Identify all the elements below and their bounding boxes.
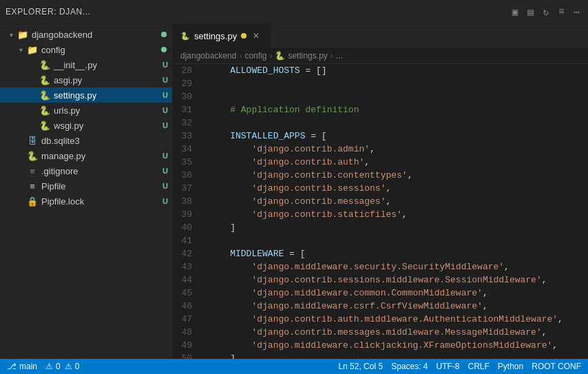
sidebar-item-asgi[interactable]: 🐍 asgi.py U <box>0 72 172 87</box>
python-file-icon: 🐍 <box>39 75 51 85</box>
line-number: 37 <box>172 182 203 195</box>
sidebar-item-pipfile[interactable]: ≡ Pipfile U <box>0 178 172 194</box>
sidebar-item-pipfile-lock[interactable]: 🔒 Pipfile.lock U <box>0 194 172 209</box>
pipfile-icon: ≡ <box>26 181 39 191</box>
git-badge-u: U <box>162 61 168 69</box>
code-line-45: 45 'django.middleware.common.CommonMiddl… <box>172 287 588 300</box>
code-line-42: 42 MIDDLEWARE = [ <box>172 247 588 260</box>
chevron-down-icon: ▾ <box>15 46 26 54</box>
tab-close-button[interactable]: ✕ <box>251 30 262 41</box>
git-badge-u: U <box>162 167 168 175</box>
code-line-47: 47 'django.contrib.auth.middleware.Authe… <box>172 313 588 326</box>
line-number: 50 <box>172 352 203 359</box>
sidebar-label-gitignore: .gitignore <box>41 166 162 176</box>
errors-status[interactable]: ⚠ 0 ⚠ 0 <box>45 362 79 371</box>
line-number: 47 <box>172 313 203 326</box>
modified-dot <box>241 33 246 39</box>
line-number: 35 <box>172 156 203 169</box>
sidebar-item-settings[interactable]: 🐍 settings.py U <box>0 87 172 103</box>
sidebar-item-wsgi[interactable]: 🐍 wsgi.py U <box>0 118 172 133</box>
sidebar-item-manage[interactable]: 🐍 manage.py U <box>0 148 172 163</box>
python-file-icon: 🐍 <box>39 90 51 101</box>
code-line-50: 50 ] <box>172 352 588 359</box>
root-conf-status[interactable]: ROOT CONF <box>532 362 581 371</box>
line-content: 'django.contrib.admin', <box>203 143 588 156</box>
python-file-icon: 🐍 <box>26 151 39 161</box>
line-number: 44 <box>172 273 203 287</box>
line-content: 'django.contrib.auth', <box>203 156 588 169</box>
breadcrumb-config[interactable]: config <box>244 51 266 61</box>
sidebar-label-init: __init__.py <box>54 60 162 70</box>
git-badge-u: U <box>162 121 168 129</box>
line-content <box>203 116 588 129</box>
line-content: ] <box>203 221 588 234</box>
breadcrumb-python-icon: 🐍 <box>275 51 285 61</box>
sidebar-item-djangobackend[interactable]: ▾ 📁 djangobackend <box>0 27 172 42</box>
modified-dot <box>161 47 167 52</box>
sidebar-label-pipfile-lock: Pipfile.lock <box>41 196 162 207</box>
chevron-down-icon: ▾ <box>6 31 17 39</box>
sidebar: ▾ 📁 djangobackend ▾ 📁 config 🐍 __init__.… <box>0 24 172 359</box>
breadcrumb-djangobackend[interactable]: djangobackend <box>180 51 236 61</box>
code-line-33: 33 INSTALLED_APPS = [ <box>172 129 588 143</box>
line-number: 28 <box>172 64 203 77</box>
language-status[interactable]: Python <box>498 362 523 371</box>
collapse-all-icon[interactable]: ≡ <box>556 5 567 19</box>
line-content: 'django.contrib.contenttypes', <box>203 169 588 182</box>
git-branch-status[interactable]: ⎇ main <box>7 362 37 371</box>
sidebar-label-manage: manage.py <box>41 151 162 161</box>
line-content <box>203 90 588 103</box>
line-ending-status[interactable]: CRLF <box>468 362 490 371</box>
code-line-32: 32 <box>172 116 588 129</box>
status-right: Ln 52, Col 5 Spaces: 4 UTF-8 CRLF Python… <box>338 362 581 371</box>
breadcrumb-more[interactable]: ... <box>336 51 343 61</box>
sidebar-item-urls[interactable]: 🐍 urls.py U <box>0 103 172 118</box>
line-content: INSTALLED_APPS = [ <box>203 129 588 143</box>
line-content: 'django.contrib.sessions', <box>203 182 588 195</box>
line-content: 'django.contrib.auth.middleware.Authenti… <box>203 313 588 326</box>
git-badge-u: U <box>162 197 168 205</box>
more-actions-icon[interactable]: ⋯ <box>571 5 582 19</box>
line-number: 29 <box>172 77 203 90</box>
python-tab-icon: 🐍 <box>180 32 190 41</box>
sidebar-item-db[interactable]: 🗄 db.sqlite3 <box>0 133 172 148</box>
status-bar: ⎇ main ⚠ 0 ⚠ 0 Ln 52, Col 5 Spaces: 4 UT… <box>0 359 588 374</box>
code-line-34: 34 'django.contrib.admin', <box>172 143 588 156</box>
line-number: 46 <box>172 300 203 313</box>
python-file-icon: 🐍 <box>39 105 51 116</box>
git-file-icon: ≡ <box>26 166 39 176</box>
cursor-position[interactable]: Ln 52, Col 5 <box>338 362 383 371</box>
tab-settings[interactable]: 🐍 settings.py ✕ <box>172 24 271 48</box>
code-editor[interactable]: 28 ALLOWED_HOSTS = []29 30 31 # Applicat… <box>172 64 588 359</box>
sidebar-item-init[interactable]: 🐍 __init__.py U <box>0 57 172 72</box>
new-file-icon[interactable]: ▣ <box>510 5 521 19</box>
modified-dot <box>161 32 167 37</box>
line-number: 45 <box>172 287 203 300</box>
refresh-icon[interactable]: ↻ <box>540 5 552 19</box>
new-folder-icon[interactable]: ▤ <box>525 5 536 19</box>
indentation-status[interactable]: Spaces: 4 <box>391 362 428 371</box>
git-badge-u: U <box>162 152 168 160</box>
explorer-topbar: EXPLORER: DJAN... ▣ ▤ ↻ ≡ ⋯ <box>0 0 588 24</box>
root-folder-icon: 📁 <box>17 30 29 40</box>
python-file-icon: 🐍 <box>39 121 51 131</box>
sidebar-label-asgi: asgi.py <box>54 75 162 85</box>
code-line-46: 46 'django.middleware.csrf.CsrfViewMiddl… <box>172 300 588 313</box>
line-content: 'django.contrib.messages', <box>203 195 588 208</box>
code-line-35: 35 'django.contrib.auth', <box>172 156 588 169</box>
sidebar-item-gitignore[interactable]: ≡ .gitignore U <box>0 163 172 178</box>
warning-icon: ⚠ <box>65 362 72 371</box>
line-content: 'django.middleware.clickjacking.XFrameOp… <box>203 339 588 352</box>
editor-area: 🐍 settings.py ✕ djangobackend › config ›… <box>172 24 588 359</box>
code-line-48: 48 'django.contrib.messages.middleware.M… <box>172 326 588 339</box>
breadcrumb-settings[interactable]: settings.py <box>288 51 327 61</box>
line-number: 49 <box>172 339 203 352</box>
line-content: 'django.middleware.csrf.CsrfViewMiddlewa… <box>203 300 588 313</box>
sidebar-label-djangobackend: djangobackend <box>32 30 161 40</box>
line-content: 'django.middleware.security.SecurityMidd… <box>203 260 588 273</box>
line-number: 40 <box>172 221 203 234</box>
encoding-status[interactable]: UTF-8 <box>437 362 460 371</box>
line-number: 42 <box>172 247 203 260</box>
line-content: ALLOWED_HOSTS = [] <box>203 64 588 77</box>
sidebar-item-config[interactable]: ▾ 📁 config <box>0 42 172 57</box>
